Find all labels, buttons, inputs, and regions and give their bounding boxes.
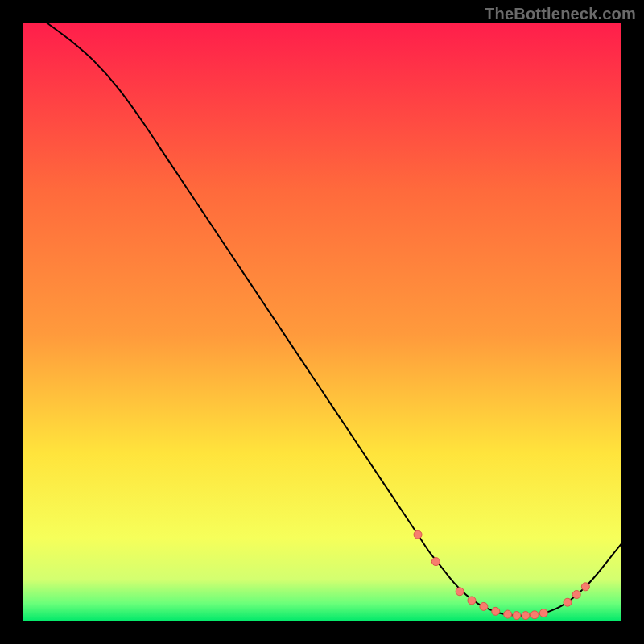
data-marker [456,588,464,596]
data-marker [572,591,580,599]
data-marker [581,583,589,591]
data-marker [530,611,539,619]
chart-background [23,23,621,621]
data-marker [431,558,440,566]
watermark-text: TheBottleneck.com [485,5,636,23]
data-marker [480,602,488,610]
data-marker [468,597,476,605]
data-marker [492,607,500,615]
chart-frame [23,23,621,621]
data-marker [539,609,547,617]
data-marker [504,610,512,618]
data-marker [414,530,422,539]
data-marker [564,598,572,606]
data-marker [522,612,530,620]
chart-svg [23,23,621,621]
data-marker [513,612,521,620]
